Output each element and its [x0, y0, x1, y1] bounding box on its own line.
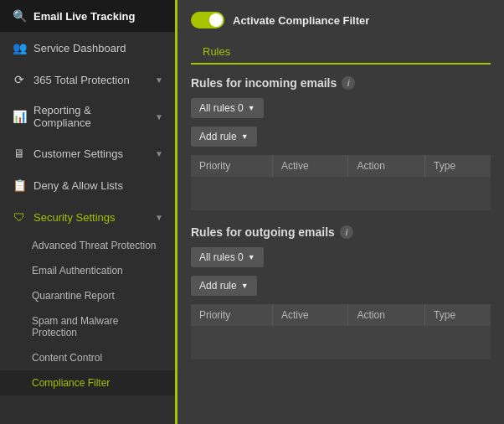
chevron-down-icon: ▼: [248, 104, 255, 112]
sidebar-sub-item-email-authentication[interactable]: Email Authentication: [0, 258, 175, 283]
sidebar-label: 365 Total Protection: [33, 74, 148, 86]
toggle-row: Activate Compliance Filter: [191, 12, 491, 28]
chevron-down-icon: ▼: [155, 75, 163, 85]
all-rules-incoming-button[interactable]: All rules 0 ▼: [191, 98, 264, 118]
add-rule-label-outgoing: Add rule: [199, 280, 237, 292]
add-rule-outgoing-button[interactable]: Add rule ▼: [191, 276, 257, 296]
chevron-down-icon: ▼: [241, 282, 249, 290]
add-rule-label: Add rule: [199, 131, 237, 142]
sidebar-label: Service Dashboard: [33, 42, 163, 54]
all-rules-outgoing-button[interactable]: All rules 0 ▼: [191, 247, 264, 267]
sidebar-sub-item-content-control[interactable]: Content Control: [0, 345, 175, 370]
col-action-incoming: Action: [348, 155, 425, 177]
sidebar-item-deny-allow-lists[interactable]: 📋 Deny & Allow Lists: [0, 169, 175, 201]
refresh-icon: ⟳: [12, 72, 27, 87]
sidebar-label: Deny & Allow Lists: [33, 179, 163, 192]
tab-rules[interactable]: Rules: [191, 40, 242, 65]
incoming-button-row: All rules 0 ▼: [191, 98, 491, 118]
sidebar-item-security-settings[interactable]: 🛡 Security Settings ▼: [0, 201, 175, 233]
sidebar-label: Customer Settings: [33, 147, 148, 160]
outgoing-button-row: All rules 0 ▼: [191, 247, 491, 267]
sidebar-label: Reporting &Compliance: [33, 104, 148, 129]
incoming-section-label: Rules for incoming emails: [191, 76, 337, 90]
incoming-section-header: Rules for incoming emails i: [191, 76, 491, 90]
tabs-row: Rules: [191, 40, 491, 65]
col-active-outgoing: Active: [272, 304, 347, 326]
shield-icon: 🛡: [12, 209, 27, 225]
incoming-add-rule-row: Add rule ▼: [191, 127, 491, 147]
info-icon-outgoing[interactable]: i: [340, 225, 353, 239]
list-icon: 📋: [12, 178, 27, 193]
outgoing-add-rule-row: Add rule ▼: [191, 276, 491, 296]
toggle-label: Activate Compliance Filter: [233, 14, 369, 27]
col-active-incoming: Active: [272, 155, 347, 177]
users-icon: 👥: [12, 40, 27, 55]
outgoing-section-header: Rules for outgoing emails i: [191, 225, 491, 239]
outgoing-section-label: Rules for outgoing emails: [191, 225, 335, 239]
chevron-down-icon: ▼: [155, 149, 163, 158]
sidebar-item-service-dashboard[interactable]: 👥 Service Dashboard: [0, 32, 175, 64]
col-action-outgoing: Action: [348, 304, 425, 326]
chart-icon: 📊: [12, 109, 27, 124]
all-rules-label-outgoing: All rules 0: [199, 251, 244, 263]
main-content: Activate Compliance Filter Rules Rules f…: [177, 0, 504, 424]
col-priority-outgoing: Priority: [191, 304, 272, 326]
sidebar-label: Email Live Tracking: [33, 10, 163, 23]
incoming-rules-table: Priority Active Action Type: [191, 155, 491, 210]
sidebar-sub-item-compliance-filter[interactable]: Compliance Filter: [0, 370, 175, 396]
col-type-outgoing: Type: [425, 304, 491, 326]
chevron-down-icon: ▼: [155, 112, 163, 122]
add-rule-incoming-button[interactable]: Add rule ▼: [191, 127, 257, 147]
sidebar-item-365-total-protection[interactable]: ⟳ 365 Total Protection ▼: [0, 64, 175, 96]
all-rules-label: All rules 0: [199, 102, 244, 114]
col-priority-incoming: Priority: [191, 155, 272, 177]
search-icon: 🔍: [12, 8, 27, 23]
chevron-down-icon: ▼: [241, 132, 249, 141]
activate-compliance-filter-toggle[interactable]: [191, 12, 224, 28]
sidebar: 🔍 Email Live Tracking 👥 Service Dashboar…: [0, 0, 177, 424]
outgoing-rules-table: Priority Active Action Type: [191, 304, 491, 359]
chevron-down-icon: ▼: [248, 253, 255, 261]
sidebar-sub-item-spam-malware-protection[interactable]: Spam and Malware Protection: [0, 308, 175, 345]
col-type-incoming: Type: [425, 155, 491, 177]
info-icon-incoming[interactable]: i: [342, 76, 355, 90]
sidebar-sub-item-advanced-threat-protection[interactable]: Advanced Threat Protection: [0, 233, 175, 258]
sidebar-label: Security Settings: [33, 211, 148, 224]
sidebar-item-reporting-compliance[interactable]: 📊 Reporting &Compliance ▼: [0, 96, 175, 137]
chevron-down-icon: ▼: [155, 213, 163, 222]
sidebar-item-email-live-tracking[interactable]: 🔍 Email Live Tracking: [0, 0, 175, 32]
sidebar-sub-item-quarantine-report[interactable]: Quarantine Report: [0, 283, 175, 308]
monitor-icon: 🖥: [12, 146, 27, 161]
sidebar-item-customer-settings[interactable]: 🖥 Customer Settings ▼: [0, 137, 175, 169]
